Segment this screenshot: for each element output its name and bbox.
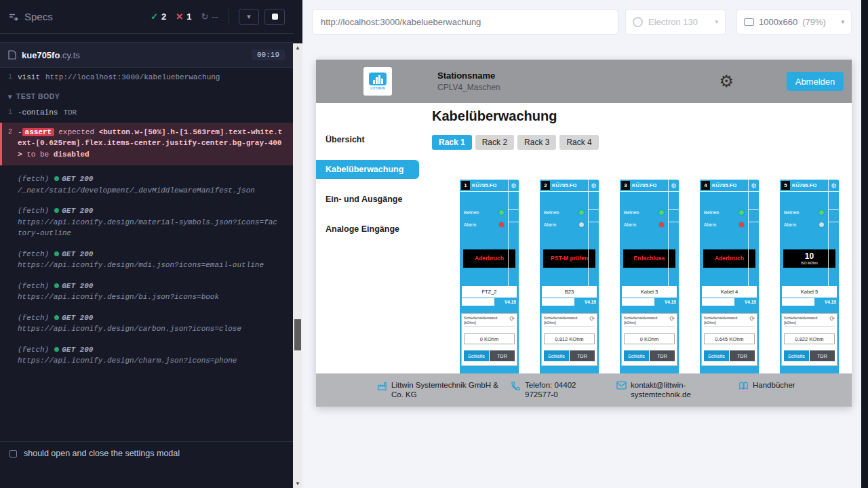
tdr-button[interactable]: TDR [730, 350, 755, 361]
tab-rack-1[interactable]: Rack 1 [432, 135, 472, 150]
fetch-status: GET 200 [62, 175, 93, 183]
station-info: Stationsname CPLV4_Maschen [437, 70, 500, 92]
card-gear-icon[interactable]: ⚙ [508, 180, 519, 191]
tdr-button[interactable]: TDR [810, 350, 835, 361]
app-under-test: LITTWIN Stationsname CPLV4_Maschen ⚙ Abm… [316, 60, 852, 407]
pending-stat: ↻ -- [201, 12, 218, 22]
reporter-scrollbar: ▲ ▼ [293, 0, 302, 488]
resistance-value: 0 KOhm [624, 333, 675, 344]
chevron-down-icon: ▾ [8, 92, 12, 102]
viewport-selector[interactable]: 1000x660 (79%) ▾ [736, 9, 852, 35]
tdr-button[interactable]: TDR [570, 350, 595, 361]
assert-tobe: to be [22, 150, 54, 159]
fetch-status: GET 200 [62, 282, 93, 290]
settings-gear-icon[interactable]: ⚙ [719, 73, 734, 89]
device-card-1: 1KÜ705-FO⚙ Betrieb Alarm Aderbruch FTZ_2… [460, 180, 519, 373]
measurement-panel: Schleifenwiderstand [kOhm]⟳ 0.645 KOhm S… [701, 313, 757, 366]
card-gear-icon[interactable]: ⚙ [748, 180, 759, 191]
schleife-button[interactable]: Schleife [784, 350, 809, 361]
fetch-url: https://api.iconify.design/carbon.json?i… [18, 323, 247, 335]
app-footer: Littwin Systemtechnik GmbH & Co. KG Tele… [316, 373, 852, 407]
betrieb-label: Betrieb [464, 210, 479, 215]
page-title: Kabelüberwachung [432, 108, 852, 124]
url-input[interactable] [321, 17, 610, 27]
test-state-icon [9, 450, 17, 458]
refresh-icon[interactable]: ⟳ [509, 316, 515, 322]
refresh-icon: ↻ [201, 12, 208, 22]
card-title: KÜ705-FO [472, 182, 508, 188]
card-number: 2 [541, 181, 550, 190]
collapse-all-button[interactable]: ▾ [239, 9, 259, 25]
schleife-button[interactable]: Schleife [624, 350, 649, 361]
spec-header[interactable]: kue705fo.cy.ts 00:19 [0, 42, 293, 68]
resistance-value: 0 KOhm [464, 333, 515, 344]
fetch-log-row[interactable]: (fetch)GET 200 https://api.iconify.desig… [0, 204, 293, 241]
status-dot [54, 251, 59, 256]
alarm-label: Alarm [624, 222, 636, 227]
betrieb-label: Betrieb [544, 210, 559, 215]
logout-button[interactable]: Abmelden [787, 72, 844, 91]
card-gear-icon[interactable]: ⚙ [668, 180, 679, 191]
fetch-url: https://api.iconify.design/mdi.json?icon… [18, 260, 269, 271]
logo-text: LITTWIN [370, 87, 385, 90]
browser-selector[interactable]: Electron 130 ▾ [625, 9, 726, 35]
fetch-log-row[interactable]: (fetch)GET 200 https://api.iconify.desig… [0, 279, 293, 304]
right-edge-strip [861, 0, 868, 488]
card-title: KÜ706-FO [792, 182, 828, 188]
tab-rack-4[interactable]: Rack 4 [559, 135, 598, 150]
specs-menu-icon[interactable] [8, 12, 19, 22]
refresh-icon[interactable]: ⟳ [749, 316, 755, 322]
command-assert-failed[interactable]: 2 -assertexpected <button.w-[50%].h-[1.5… [0, 123, 293, 166]
footer-manuals[interactable]: Handbücher [738, 380, 795, 407]
tab-rack-3[interactable]: Rack 3 [517, 135, 556, 150]
littwin-logo: LITTWIN [363, 67, 392, 96]
sidebar-item-analoge-eingaenge[interactable]: Analoge Eingänge [316, 220, 419, 239]
card-gear-icon[interactable]: ⚙ [828, 180, 839, 191]
refresh-icon[interactable]: ⟳ [829, 316, 835, 322]
command-visit[interactable]: 1 visithttp://localhost:3000/kabelueberw… [0, 70, 293, 85]
scrollbar-thumb[interactable] [294, 319, 301, 350]
schleife-button[interactable]: Schleife [544, 350, 569, 361]
schleife-button[interactable]: Schleife [464, 350, 489, 361]
betrieb-led [739, 210, 744, 215]
stop-tests-button[interactable] [264, 9, 285, 25]
app-body: Übersicht Kabelüberwachung Ein- und Ausg… [316, 103, 852, 373]
command-contains[interactable]: 1 -containsTDR [0, 106, 293, 120]
chevron-down-icon: ▾ [715, 18, 718, 25]
factory-icon [377, 381, 387, 391]
resistance-label: Schleifenwiderstand [kOhm] [784, 316, 823, 325]
cypress-reporter: Specs ✓ 2 ✕ 1 ↻ -- ▾ [0, 0, 293, 488]
sidebar-item-kabelueberwachung[interactable]: Kabelüberwachung [316, 160, 419, 179]
device-card-5: 5KÜ706-FO⚙ Betrieb Alarm 10ISO MOhm Kabe… [780, 180, 839, 373]
refresh-icon[interactable]: ⟳ [589, 316, 595, 322]
fetch-log-row[interactable]: (fetch)GET 200 https://api.iconify.desig… [0, 247, 293, 272]
fetch-log-row[interactable]: (fetch)GET 200 https://api.iconify.desig… [0, 311, 293, 336]
tab-rack-2[interactable]: Rack 2 [475, 135, 514, 150]
aut-region: Electron 130 ▾ 1000x660 (79%) ▾ LITTW [302, 0, 861, 488]
sidebar-item-ein-und-ausgaenge[interactable]: Ein- und Ausgänge [316, 190, 419, 209]
fetch-log-row[interactable]: (fetch)GET 200 https://api.iconify.desig… [0, 343, 293, 368]
fetch-status: GET 200 [62, 346, 93, 354]
measurement-panel: Schleifenwiderstand [kOhm]⟳ 0 KOhm Schle… [461, 313, 517, 366]
refresh-icon[interactable]: ⟳ [669, 316, 675, 322]
status-dot [54, 315, 59, 320]
next-test-row[interactable]: should open and close the settings modal [0, 441, 293, 465]
command-name: -contains [18, 108, 58, 117]
assert-prefix: - [18, 128, 22, 136]
betrieb-led [659, 210, 664, 215]
resistance-value: 0.822 KOhm [784, 333, 835, 344]
card-gear-icon[interactable]: ⚙ [588, 180, 599, 191]
tdr-button[interactable]: TDR [490, 350, 515, 361]
scroll-up-arrow[interactable]: ▲ [293, 45, 302, 51]
cross-icon: ✕ [176, 12, 183, 22]
tdr-button[interactable]: TDR [650, 350, 675, 361]
scroll-down-arrow[interactable]: ▼ [293, 481, 302, 487]
sidebar-item-uebersicht[interactable]: Übersicht [316, 130, 419, 149]
resistance-value: 0.645 KOhm [704, 333, 755, 344]
test-body-section[interactable]: ▾ TEST BODY [0, 85, 293, 106]
fetch-log-row[interactable]: (fetch)GET 200 /_next/static/development… [0, 172, 293, 197]
specs-label[interactable]: Specs [24, 11, 53, 22]
schleife-button[interactable]: Schleife [704, 350, 729, 361]
scrollbar-track[interactable]: ▲ ▼ [293, 43, 302, 488]
alarm-led [579, 222, 584, 227]
